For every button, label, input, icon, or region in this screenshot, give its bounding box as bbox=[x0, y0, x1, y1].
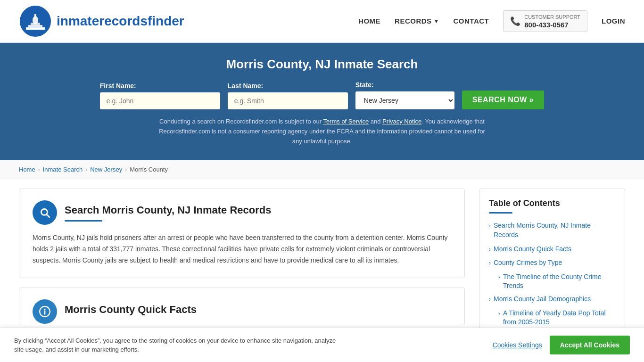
breadcrumb-new-jersey[interactable]: New Jersey bbox=[90, 166, 122, 173]
chevron-icon-sub-2: › bbox=[498, 310, 500, 318]
cookie-text: By clicking “Accept All Cookies”, you ag… bbox=[14, 336, 344, 350]
breadcrumb-home[interactable]: Home bbox=[19, 166, 35, 173]
first-name-group: First Name: bbox=[100, 82, 220, 109]
toc-link-2[interactable]: › Morris County Quick Facts bbox=[489, 245, 615, 254]
quick-facts-card: Morris County Quick Facts bbox=[19, 288, 465, 325]
card-title-wrap: Search Morris County, NJ Inmate Records bbox=[65, 204, 451, 222]
section-title: Search Morris County, NJ Inmate Records bbox=[65, 204, 451, 216]
last-name-input[interactable] bbox=[228, 92, 348, 109]
breadcrumb-sep-3: › bbox=[125, 166, 127, 173]
chevron-icon-1: › bbox=[489, 222, 491, 230]
toc-sub-link-2[interactable]: › A Timeline of Yearly Data Pop Total fr… bbox=[498, 309, 615, 327]
main-nav: HOME RECORDS ▼ CONTACT 📞 CUSTOMER SUPPOR… bbox=[358, 10, 625, 32]
content-area: Search Morris County, NJ Inmate Records … bbox=[19, 189, 479, 325]
nav-login[interactable]: LOGIN bbox=[602, 17, 625, 25]
toc-item-1: › Search Morris County, NJ Inmate Record… bbox=[489, 221, 615, 239]
search-button[interactable]: SEARCH NOW » bbox=[462, 90, 544, 109]
inmate-records-card: Search Morris County, NJ Inmate Records … bbox=[19, 189, 465, 278]
title-underline bbox=[65, 220, 102, 222]
first-name-input[interactable] bbox=[100, 92, 220, 109]
chevron-icon-3: › bbox=[489, 259, 491, 267]
hero-disclaimer: Conducting a search on Recordsfinder.com… bbox=[157, 117, 487, 146]
quick-facts-title-wrap: Morris County Quick Facts bbox=[65, 304, 451, 320]
toc-sub-list-2: › A Timeline of Yearly Data Pop Total fr… bbox=[498, 309, 615, 327]
last-name-group: Last Name: bbox=[228, 82, 348, 109]
phone-icon: 📞 bbox=[510, 16, 520, 26]
cookie-actions: Cookies Settings Accept All Cookies bbox=[493, 336, 630, 350]
toc-item-5: › Morris County Jail Demographics bbox=[489, 295, 615, 304]
state-select[interactable]: New Jersey New York California bbox=[355, 91, 454, 109]
main-content: Search Morris County, NJ Inmate Records … bbox=[0, 179, 644, 350]
card-header: Search Morris County, NJ Inmate Records bbox=[33, 200, 451, 225]
support-info: CUSTOMER SUPPORT 800-433-0567 bbox=[524, 14, 580, 28]
quick-facts-header: Morris County Quick Facts bbox=[33, 299, 451, 324]
toc-item-3: › County Crimes by Type bbox=[489, 258, 615, 268]
toc-link-1[interactable]: › Search Morris County, NJ Inmate Record… bbox=[489, 221, 615, 239]
toc-item-2: › Morris County Quick Facts bbox=[489, 245, 615, 254]
sidebar: Table of Contents › Search Morris County… bbox=[479, 189, 625, 340]
toc-link-5[interactable]: › Morris County Jail Demographics bbox=[489, 295, 615, 304]
svg-rect-5 bbox=[34, 14, 36, 18]
hero-section: Morris County, NJ Inmate Search First Na… bbox=[0, 43, 644, 160]
cookie-banner: By clicking “Accept All Cookies”, you ag… bbox=[0, 328, 644, 350]
breadcrumb-sep-1: › bbox=[38, 166, 40, 173]
nav-home[interactable]: HOME bbox=[358, 17, 380, 25]
nav-records[interactable]: RECORDS bbox=[395, 17, 432, 25]
customer-support-box[interactable]: 📞 CUSTOMER SUPPORT 800-433-0567 bbox=[503, 10, 587, 32]
section-body: Morris County, NJ jails hold prisoners a… bbox=[33, 232, 451, 266]
toc-underline bbox=[489, 212, 512, 214]
toc-sub-item-2: › A Timeline of Yearly Data Pop Total fr… bbox=[498, 309, 615, 327]
first-name-label: First Name: bbox=[100, 82, 136, 90]
breadcrumb-inmate-search[interactable]: Inmate Search bbox=[43, 166, 83, 173]
terms-link[interactable]: Terms of Service bbox=[323, 118, 369, 125]
support-label: CUSTOMER SUPPORT bbox=[524, 14, 580, 20]
chevron-icon-2: › bbox=[489, 246, 491, 254]
cookie-settings-button[interactable]: Cookies Settings bbox=[493, 341, 542, 349]
site-header: inmaterecordsfinder HOME RECORDS ▼ CONTA… bbox=[0, 0, 644, 43]
info-icon-circle bbox=[33, 299, 57, 324]
nav-contact[interactable]: CONTACT bbox=[454, 17, 489, 25]
toc-sub-list-1: › The Timeline of the County Crime Trend… bbox=[498, 272, 615, 291]
toc-link-3[interactable]: › County Crimes by Type bbox=[489, 258, 615, 268]
logo-icon bbox=[19, 5, 52, 38]
breadcrumb-sep-2: › bbox=[85, 166, 87, 173]
toc-list: › Search Morris County, NJ Inmate Record… bbox=[489, 221, 615, 327]
logo-text: inmaterecordsfinder bbox=[57, 14, 184, 29]
state-label: State: bbox=[355, 81, 374, 89]
search-icon bbox=[39, 206, 51, 219]
chevron-icon-sub-1: › bbox=[498, 273, 500, 281]
state-group: State: New Jersey New York California bbox=[355, 81, 454, 109]
privacy-link[interactable]: Privacy Notice bbox=[382, 118, 421, 125]
breadcrumb: Home › Inmate Search › New Jersey › Morr… bbox=[0, 160, 644, 179]
search-icon-circle bbox=[33, 200, 57, 225]
logo[interactable]: inmaterecordsfinder bbox=[19, 5, 184, 38]
toc-title: Table of Contents bbox=[489, 198, 615, 208]
chevron-icon-5: › bbox=[489, 296, 491, 304]
last-name-label: Last Name: bbox=[228, 82, 263, 90]
nav-records-group[interactable]: RECORDS ▼ bbox=[395, 17, 439, 25]
hero-title: Morris County, NJ Inmate Search bbox=[19, 57, 625, 72]
toc-sub-item-1: › The Timeline of the County Crime Trend… bbox=[498, 272, 615, 291]
search-form: First Name: Last Name: State: New Jersey… bbox=[19, 81, 625, 109]
quick-facts-title: Morris County Quick Facts bbox=[65, 304, 451, 316]
chevron-down-icon: ▼ bbox=[434, 18, 439, 25]
cookie-accept-button[interactable]: Accept All Cookies bbox=[550, 336, 630, 350]
toc-sub-link-1[interactable]: › The Timeline of the County Crime Trend… bbox=[498, 272, 615, 291]
support-number: 800-433-0567 bbox=[524, 21, 580, 29]
info-icon bbox=[39, 305, 51, 318]
breadcrumb-current: Morris County bbox=[130, 166, 168, 173]
